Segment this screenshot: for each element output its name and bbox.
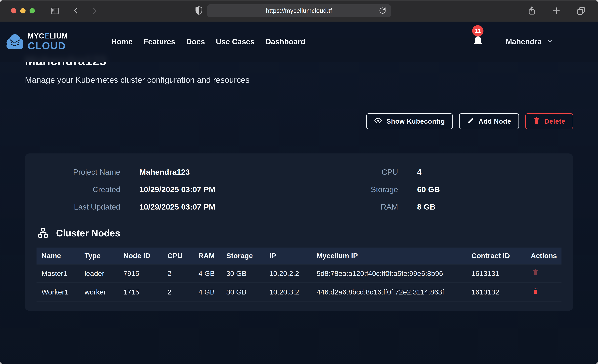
- delete-node-button-disabled[interactable]: [531, 268, 540, 277]
- cell-node-id: 1715: [118, 283, 163, 301]
- cell-mycelium-ip: 5d8:78ea:a120:f40c:ff0f:a5fe:99e6:8b96: [312, 264, 466, 283]
- cluster-nodes-title: Cluster Nodes: [56, 228, 120, 239]
- nodes-table-header-row: Name Type Node ID CPU RAM Storage IP Myc…: [36, 248, 562, 264]
- nav-link-docs[interactable]: Docs: [186, 37, 205, 46]
- eye-icon: [374, 117, 382, 126]
- nav-link-dashboard[interactable]: Dashboard: [266, 37, 305, 46]
- cell-storage: 30 GB: [221, 264, 264, 283]
- browser-toolbar: https://myceliumcloud.tf: [0, 0, 598, 22]
- cell-mycelium-ip: 446:d2a6:8bcd:8c16:ff0f:72e2:3114:863f: [312, 283, 466, 301]
- site-navbar: MYCELIUM CLOUD Home Features Docs Use Ca…: [0, 22, 598, 62]
- browser-window: https://myceliumcloud.tf: [0, 0, 598, 364]
- cell-ip: 10.20.2.2: [264, 264, 312, 283]
- traffic-lights: [11, 8, 35, 13]
- address-bar[interactable]: https://myceliumcloud.tf: [207, 4, 391, 17]
- cell-node-id: 7915: [118, 264, 163, 283]
- close-window-button[interactable]: [11, 8, 16, 13]
- col-type: Type: [80, 248, 118, 264]
- detail-created: Created 10/29/2025 03:07 PM: [36, 185, 325, 194]
- table-row-worker1: Worker1 worker 1715 2 4 GB 30 GB 10.20.3…: [36, 283, 562, 301]
- col-name: Name: [36, 248, 80, 264]
- col-node-id: Node ID: [118, 248, 163, 264]
- details-left-column: Project Name Mahendra123 Created 10/29/2…: [36, 167, 325, 211]
- col-ip: IP: [264, 248, 312, 264]
- shield-icon[interactable]: [195, 6, 202, 16]
- logo-wordmark: MYCELIUM CLOUD: [28, 32, 68, 51]
- detail-ram: RAM 8 GB: [325, 202, 562, 211]
- nav-link-use-cases[interactable]: Use Cases: [216, 37, 255, 46]
- trash-icon: [533, 117, 540, 126]
- detail-value: 10/29/2025 03:07 PM: [139, 185, 216, 194]
- add-node-label: Add Node: [479, 118, 511, 125]
- user-name: Mahendra: [506, 37, 542, 46]
- detail-value: 10/29/2025 03:07 PM: [139, 202, 216, 211]
- cell-ram: 4 GB: [193, 264, 221, 283]
- col-contract-id: Contract ID: [466, 248, 526, 264]
- col-storage: Storage: [221, 248, 264, 264]
- cluster-nodes-header: Cluster Nodes: [36, 227, 562, 239]
- detail-value: 60 GB: [417, 185, 440, 194]
- reload-icon[interactable]: [378, 7, 387, 15]
- cell-contract-id: 1613132: [466, 283, 526, 301]
- user-menu[interactable]: Mahendra: [505, 37, 554, 46]
- page-viewport: MYCELIUM CLOUD Home Features Docs Use Ca…: [0, 22, 598, 364]
- sidebar-toggle-icon[interactable]: [50, 7, 60, 15]
- tabs-overview-icon[interactable]: [576, 6, 586, 16]
- cell-storage: 30 GB: [221, 283, 264, 301]
- nav-right: 11 Mahendra: [473, 35, 554, 48]
- toolbar-right-icons: [527, 6, 586, 16]
- logo-text-cloud: CLOUD: [28, 41, 68, 51]
- cell-type: worker: [80, 283, 118, 301]
- detail-last-updated: Last Updated 10/29/2025 03:07 PM: [36, 202, 325, 211]
- col-ram: RAM: [193, 248, 221, 264]
- nav-link-features[interactable]: Features: [143, 37, 175, 46]
- detail-value: 4: [417, 167, 421, 176]
- notifications-button[interactable]: 11: [473, 35, 483, 48]
- bell-icon: [473, 45, 483, 48]
- cell-cpu: 2: [163, 283, 193, 301]
- cloud-logo-icon: [5, 32, 25, 51]
- cell-ram: 4 GB: [193, 283, 221, 301]
- detail-storage: Storage 60 GB: [325, 185, 562, 194]
- delete-cluster-button[interactable]: Delete: [525, 113, 573, 129]
- zoom-window-button[interactable]: [30, 8, 35, 13]
- nodes-table-wrap: Name Type Node ID CPU RAM Storage IP Myc…: [36, 248, 562, 301]
- back-icon[interactable]: [72, 6, 80, 15]
- url-text: https://myceliumcloud.tf: [266, 7, 332, 14]
- mycelium-cloud-logo[interactable]: MYCELIUM CLOUD: [5, 32, 68, 51]
- new-tab-icon[interactable]: [552, 6, 561, 15]
- show-kubeconfig-label: Show Kubeconfig: [386, 118, 445, 125]
- cell-contract-id: 1613131: [466, 264, 526, 283]
- details-right-column: CPU 4 Storage 60 GB RAM 8 GB: [325, 167, 562, 211]
- nodes-table: Name Type Node ID CPU RAM Storage IP Myc…: [36, 248, 562, 301]
- detail-value: 8 GB: [417, 202, 435, 211]
- cluster-actions: Show Kubeconfig Add Node: [25, 113, 573, 129]
- cell-name: Master1: [36, 264, 80, 283]
- cluster-details: Project Name Mahendra123 Created 10/29/2…: [36, 167, 562, 211]
- nav-link-home[interactable]: Home: [111, 37, 133, 46]
- trash-icon: [532, 292, 539, 295]
- add-node-button[interactable]: Add Node: [459, 113, 519, 129]
- detail-cpu: CPU 4: [325, 167, 562, 176]
- notification-badge: 11: [472, 25, 483, 36]
- trash-icon: [532, 274, 539, 277]
- logo-text-lium: LIUM: [49, 32, 68, 40]
- cluster-nodes-icon: [38, 227, 49, 239]
- minimize-window-button[interactable]: [20, 8, 25, 13]
- col-actions: Actions: [526, 248, 562, 264]
- detail-label: RAM: [325, 202, 398, 211]
- main-content: Mahendra123 Manage your Kubernetes clust…: [0, 22, 598, 311]
- detail-label: Storage: [325, 185, 398, 194]
- cell-ip: 10.20.3.2: [264, 283, 312, 301]
- share-icon[interactable]: [527, 6, 536, 16]
- forward-icon[interactable]: [91, 6, 98, 15]
- show-kubeconfig-button[interactable]: Show Kubeconfig: [366, 113, 453, 129]
- col-cpu: CPU: [163, 248, 193, 264]
- detail-label: CPU: [325, 167, 398, 176]
- delete-node-button[interactable]: [531, 287, 540, 296]
- nav-links: Home Features Docs Use Cases Dashboard: [111, 37, 305, 46]
- page-subtitle: Manage your Kubernetes cluster configura…: [25, 75, 573, 85]
- detail-label: Project Name: [36, 167, 120, 176]
- detail-project-name: Project Name Mahendra123: [36, 167, 325, 176]
- pencil-icon: [467, 117, 474, 126]
